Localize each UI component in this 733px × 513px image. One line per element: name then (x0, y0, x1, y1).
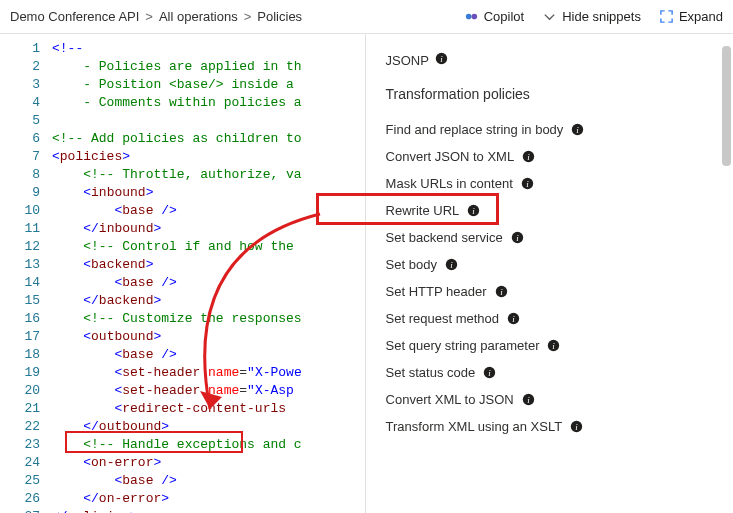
breadcrumb-policies[interactable]: Policies (257, 9, 302, 24)
code-content[interactable]: <!-- - Policies are applied in th - Posi… (48, 34, 365, 513)
policy-label: JSONP (386, 53, 429, 68)
expand-button[interactable]: Expand (659, 9, 723, 24)
policy-item[interactable]: Rewrite URLi (386, 197, 717, 224)
info-icon[interactable]: i (483, 366, 496, 379)
policy-item-label: Find and replace string in body (386, 122, 564, 137)
policy-item[interactable]: Set request methodi (386, 305, 717, 332)
code-line[interactable]: <policies> (52, 148, 365, 166)
line-number: 24 (0, 454, 40, 472)
scroll-thumb[interactable] (722, 46, 731, 166)
code-line[interactable]: <base /> (52, 274, 365, 292)
code-line[interactable] (52, 112, 365, 130)
line-number: 4 (0, 94, 40, 112)
line-number: 13 (0, 256, 40, 274)
code-line[interactable]: </outbound> (52, 418, 365, 436)
policy-item[interactable]: Set status codei (386, 359, 717, 386)
line-number: 2 (0, 58, 40, 76)
breadcrumb-api[interactable]: Demo Conference API (10, 9, 139, 24)
info-icon[interactable]: i (570, 420, 583, 433)
expand-label: Expand (679, 9, 723, 24)
policy-item[interactable]: Set HTTP headeri (386, 278, 717, 305)
line-number: 26 (0, 490, 40, 508)
code-line[interactable]: </policies> (52, 508, 365, 513)
code-line[interactable]: </inbound> (52, 220, 365, 238)
code-line[interactable]: <set-header name="X-Asp (52, 382, 365, 400)
snippets-panel: JSONP i Transformation policies Find and… (366, 34, 733, 513)
info-icon[interactable]: i (507, 312, 520, 325)
breadcrumb-sep: > (145, 9, 153, 24)
code-line[interactable]: <inbound> (52, 184, 365, 202)
code-line[interactable]: <outbound> (52, 328, 365, 346)
policy-item[interactable]: Mask URLs in contenti (386, 170, 717, 197)
line-gutter: 1234567891011121314151617181920212223242… (0, 34, 48, 513)
code-line[interactable]: </on-error> (52, 490, 365, 508)
code-line[interactable]: <!-- Handle exceptions and c (52, 436, 365, 454)
policy-item[interactable]: Set backend servicei (386, 224, 717, 251)
code-line[interactable]: <backend> (52, 256, 365, 274)
toolbar: Copilot Hide snippets Expand (464, 9, 723, 24)
line-number: 10 (0, 202, 40, 220)
code-line[interactable]: - Comments within policies a (52, 94, 365, 112)
code-editor[interactable]: 1234567891011121314151617181920212223242… (0, 34, 366, 513)
policy-item-label: Mask URLs in content (386, 176, 513, 191)
line-number: 21 (0, 400, 40, 418)
line-number: 23 (0, 436, 40, 454)
code-line[interactable]: - Policies are applied in th (52, 58, 365, 76)
code-line[interactable]: <!-- Customize the responses (52, 310, 365, 328)
code-line[interactable]: <base /> (52, 346, 365, 364)
policy-item[interactable]: Find and replace string in bodyi (386, 116, 717, 143)
info-icon[interactable]: i (495, 285, 508, 298)
policy-item-label: Set HTTP header (386, 284, 487, 299)
policy-item-label: Transform XML using an XSLT (386, 419, 563, 434)
policy-jsonp[interactable]: JSONP i (386, 48, 717, 72)
line-number: 27 (0, 508, 40, 513)
line-number: 9 (0, 184, 40, 202)
line-number: 6 (0, 130, 40, 148)
line-number: 18 (0, 346, 40, 364)
line-number: 1 (0, 40, 40, 58)
line-number: 8 (0, 166, 40, 184)
line-number: 7 (0, 148, 40, 166)
code-line[interactable]: <redirect-content-urls (52, 400, 365, 418)
policy-item[interactable]: Convert JSON to XMLi (386, 143, 717, 170)
section-title: Transformation policies (386, 86, 717, 102)
copilot-label: Copilot (484, 9, 524, 24)
policy-item[interactable]: Convert XML to JSONi (386, 386, 717, 413)
code-line[interactable]: <base /> (52, 472, 365, 490)
info-icon[interactable]: i (445, 258, 458, 271)
chevron-down-icon (542, 9, 557, 24)
line-number: 17 (0, 328, 40, 346)
policy-item-label: Rewrite URL (386, 203, 460, 218)
line-number: 3 (0, 76, 40, 94)
info-icon[interactable]: i (511, 231, 524, 244)
code-line[interactable]: <!-- (52, 40, 365, 58)
info-icon[interactable]: i (435, 52, 448, 68)
code-line[interactable]: <base /> (52, 202, 365, 220)
line-number: 12 (0, 238, 40, 256)
code-line[interactable]: <!-- Add policies as children to (52, 130, 365, 148)
breadcrumb-sep: > (244, 9, 252, 24)
policy-item[interactable]: Set query string parameteri (386, 332, 717, 359)
copilot-button[interactable]: Copilot (464, 9, 524, 24)
info-icon[interactable]: i (522, 150, 535, 163)
policy-item[interactable]: Set bodyi (386, 251, 717, 278)
policy-item[interactable]: Transform XML using an XSLTi (386, 413, 717, 440)
hide-snippets-button[interactable]: Hide snippets (542, 9, 641, 24)
code-line[interactable]: <on-error> (52, 454, 365, 472)
policy-item-label: Set query string parameter (386, 338, 540, 353)
code-line[interactable]: <set-header name="X-Powe (52, 364, 365, 382)
info-icon[interactable]: i (521, 177, 534, 190)
info-icon[interactable]: i (547, 339, 560, 352)
breadcrumb-operations[interactable]: All operations (159, 9, 238, 24)
policy-item-label: Set status code (386, 365, 476, 380)
code-line[interactable]: </backend> (52, 292, 365, 310)
scrollbar[interactable] (721, 34, 731, 513)
info-icon[interactable]: i (571, 123, 584, 136)
info-icon[interactable]: i (467, 204, 480, 217)
code-line[interactable]: - Position <base/> inside a (52, 76, 365, 94)
info-icon[interactable]: i (522, 393, 535, 406)
policy-item-label: Convert JSON to XML (386, 149, 515, 164)
code-line[interactable]: <!-- Control if and how the (52, 238, 365, 256)
code-line[interactable]: <!-- Throttle, authorize, va (52, 166, 365, 184)
line-number: 25 (0, 472, 40, 490)
